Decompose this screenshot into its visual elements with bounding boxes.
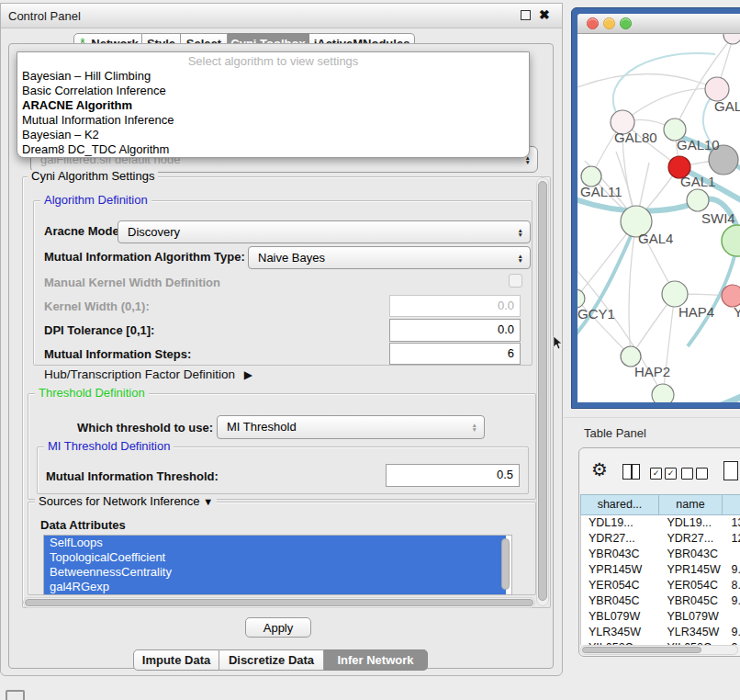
mouse-cursor <box>553 336 564 350</box>
dropdown-option[interactable]: Mutual Information Inference <box>17 113 529 128</box>
table-row[interactable]: YDL19...YDL19...13 <box>581 515 740 531</box>
table-cell[interactable]: 9. <box>724 593 740 609</box>
table-cell[interactable]: 12 <box>724 531 740 547</box>
table-cell[interactable]: YDR27... <box>659 531 723 547</box>
table-cell[interactable]: YLR345W <box>659 625 723 640</box>
split-divider <box>631 465 633 479</box>
table-cell[interactable]: YER054C <box>581 578 659 593</box>
node-label: GAL <box>714 98 740 114</box>
table-cell[interactable]: 13 <box>724 515 740 531</box>
table-cell[interactable]: 8. <box>724 578 740 593</box>
divider <box>564 417 740 418</box>
dropdown-option[interactable]: Dream8 DC_TDC Algorithm <box>17 142 529 157</box>
dropdown-option[interactable]: Basic Correlation Inference <box>17 84 529 98</box>
table-cell[interactable]: YDR27... <box>581 531 659 547</box>
table-row[interactable]: YER054CYER054C8. <box>581 578 740 593</box>
manual-kernel-width-checkbox[interactable] <box>509 274 522 288</box>
minimize-traffic-light[interactable] <box>603 17 615 29</box>
table-header-cell-3[interactable] <box>722 494 740 515</box>
node[interactable] <box>652 384 674 402</box>
table-cell[interactable]: YER054C <box>659 578 723 593</box>
table-cell[interactable]: 9. <box>724 625 740 640</box>
table-cell[interactable]: YBL079W <box>581 609 659 625</box>
aracne-mode-label: Aracne Mode: <box>44 224 123 239</box>
collapsed-arrow-icon[interactable]: ▶ <box>244 368 252 381</box>
node-hap4[interactable] <box>662 281 688 307</box>
table-cell[interactable]: YPR145W <box>581 562 659 578</box>
control-panel-title: Control Panel <box>8 9 81 23</box>
tab-discretize-data[interactable]: Discretize Data <box>219 649 324 671</box>
table-row[interactable]: YLR345WYLR345W9. <box>581 625 740 640</box>
dropdown-option[interactable]: Bayesian – Hill Climbing <box>17 69 529 84</box>
kernel-width-input[interactable]: 0.0 <box>389 295 521 317</box>
dropdown-option-selected[interactable]: ARACNE Algorithm <box>17 98 529 113</box>
node-label: SWI4 <box>701 210 735 226</box>
network-window-titlebar <box>577 14 740 34</box>
table-cell[interactable]: YDL19... <box>659 515 723 531</box>
table-body: YDL19...YDL19...13 YDR27...YDR27...12 YB… <box>580 515 740 645</box>
table-cell[interactable]: YBR043C <box>581 547 659 562</box>
table-row[interactable]: YPR145WYPR145W9. <box>581 562 740 578</box>
gear-icon[interactable]: ⚙ <box>591 460 608 479</box>
node[interactable] <box>723 34 740 44</box>
table-row[interactable]: YBL079WYBL079W <box>581 609 740 625</box>
table-cell[interactable]: YBR045C <box>581 593 659 609</box>
table-cell[interactable]: YLR345W <box>581 625 659 640</box>
mi-algorithm-type-value: Naive Bayes <box>258 247 325 268</box>
aracne-mode-combo[interactable]: Discovery ▲▼ <box>118 220 531 243</box>
node-swi4[interactable] <box>687 189 709 211</box>
node-green-large[interactable] <box>722 225 740 256</box>
export-table-icon[interactable] <box>723 461 738 480</box>
table-header-name[interactable]: name <box>658 494 723 515</box>
cyni-algorithm-settings-title: Cyni Algorithm Settings <box>28 170 158 183</box>
table-header-shared-name[interactable]: shared... <box>580 494 659 515</box>
table-row[interactable]: YDR27...YDR27...12 <box>581 531 740 547</box>
tab-infer-network[interactable]: Infer Network <box>324 649 428 671</box>
list-item[interactable]: BetweennessCentrality <box>44 565 506 580</box>
close-traffic-light[interactable] <box>587 17 599 29</box>
settings-vscrollbar-thumb[interactable] <box>538 181 547 601</box>
table-cell[interactable] <box>724 547 740 562</box>
node-label: GCY1 <box>577 306 615 322</box>
network-edges-teal-thick <box>577 133 740 402</box>
tab-impute-data[interactable]: Impute Data <box>133 649 219 671</box>
close-icon[interactable]: ✖ <box>539 7 550 22</box>
zoom-traffic-light[interactable] <box>620 17 632 29</box>
list-item[interactable]: gal4RGexp <box>44 580 506 594</box>
mi-threshold-input[interactable]: 0.5 <box>386 464 520 487</box>
table-cell[interactable]: YBR045C <box>659 593 723 609</box>
network-canvas[interactable]: GAL GAL80 GAL10 GAL1 GAL11 SWI4 GAL4 GCY… <box>577 34 740 402</box>
sources-group-title[interactable]: Sources for Network Inference ▼ <box>35 495 217 508</box>
partial-icon-button[interactable] <box>6 690 25 700</box>
node-label: GAL4 <box>638 231 673 246</box>
table-cell[interactable]: YBL079W <box>659 609 723 625</box>
list-item[interactable]: TopologicalCoefficient <box>44 550 506 565</box>
table-hscrollbar-thumb[interactable] <box>582 647 701 653</box>
list-item[interactable]: SelfLoops <box>44 536 506 550</box>
table-cell[interactable]: YPR145W <box>659 562 723 578</box>
table-row[interactable]: YBR045CYBR045C9. <box>581 593 740 609</box>
select-all-columns-icon[interactable]: ✓✓ <box>650 468 677 480</box>
table-cell[interactable]: YBR043C <box>659 547 723 562</box>
hub-definition-toggle[interactable]: Hub/Transcription Factor Definition ▶ <box>44 367 252 382</box>
apply-button[interactable]: Apply <box>245 617 311 638</box>
dpi-tolerance-input[interactable]: 0.0 <box>389 319 521 342</box>
node-label: HAP4 <box>678 304 714 320</box>
mi-steps-input[interactable]: 6 <box>389 343 521 365</box>
which-threshold-combo[interactable]: MI Threshold ▲▼ <box>217 415 485 439</box>
which-threshold-label: Which threshold to use: <box>77 421 213 435</box>
expanded-arrow-icon[interactable]: ▼ <box>203 496 213 507</box>
attr-list-vscrollbar-thumb[interactable] <box>501 538 510 590</box>
mi-algorithm-type-combo[interactable]: Naive Bayes ▲▼ <box>248 246 531 269</box>
table-cell[interactable]: 9. <box>724 562 740 578</box>
float-window-icon[interactable] <box>521 10 531 20</box>
dropdown-option[interactable]: Bayesian – K2 <box>17 128 529 142</box>
table-row[interactable]: YBR043CYBR043C <box>581 547 740 562</box>
table-cell[interactable]: YDL19... <box>581 515 659 531</box>
deselect-all-columns-icon[interactable] <box>681 468 708 480</box>
settings-hscrollbar-thumb[interactable] <box>25 599 533 606</box>
table-cell[interactable] <box>724 609 740 625</box>
data-attributes-list[interactable]: SelfLoops TopologicalCoefficient Between… <box>43 535 512 595</box>
split-columns-icon[interactable] <box>622 464 640 480</box>
node-gcy1[interactable] <box>577 289 585 308</box>
